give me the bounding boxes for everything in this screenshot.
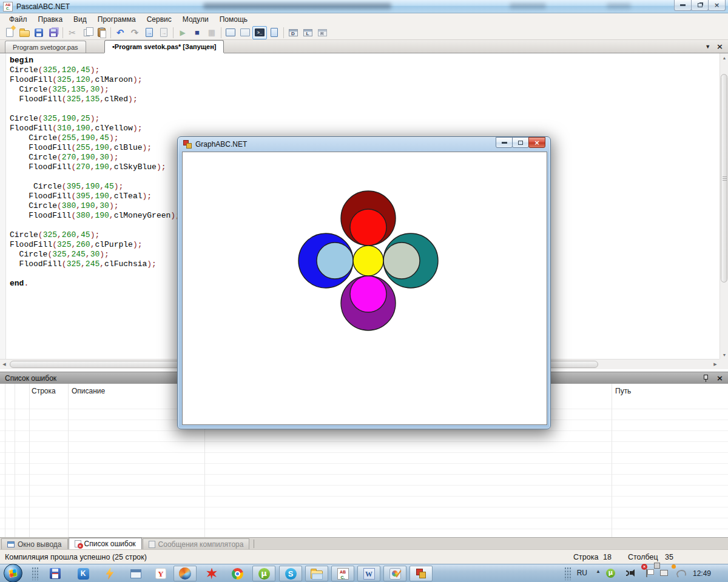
code-line: Circle(255,190,45);: [10, 133, 180, 143]
menu-item-2[interactable]: Правка: [33, 14, 69, 25]
language-indicator[interactable]: RU: [577, 569, 587, 577]
dock-l-icon: L: [303, 29, 312, 36]
graphabc-minimize-button[interactable]: [496, 137, 513, 148]
close-button[interactable]: ×: [708, 0, 726, 11]
paste-icon: [98, 28, 106, 37]
scroll-right-arrow[interactable]: ▶: [711, 360, 720, 369]
column-header-line[interactable]: Строка: [32, 387, 56, 395]
yandex-icon: Y: [155, 568, 166, 579]
close-panel-icon[interactable]: ×: [716, 374, 723, 382]
save-button[interactable]: [32, 26, 46, 39]
dock-panel-d-button[interactable]: D: [286, 26, 300, 39]
maximize-icon: [518, 141, 523, 145]
paste-button[interactable]: [94, 26, 109, 39]
desktop: ABC. PascalABC.NET × ФайлПравкаВидПрогра…: [0, 0, 728, 582]
taskbar-skype-button[interactable]: S: [279, 566, 302, 581]
graphabc-canvas[interactable]: [182, 152, 547, 425]
open-file-button[interactable]: [17, 26, 32, 39]
quicklaunch-klite-icon[interactable]: K: [72, 566, 95, 581]
quicklaunch-save-icon[interactable]: [44, 566, 67, 581]
code-line: FloodFill(380,190,clMoneyGreen);: [10, 211, 180, 221]
minimize-icon: [502, 142, 507, 144]
minimize-button[interactable]: [674, 0, 692, 11]
tab-output-window[interactable]: Окно вывода: [1, 538, 68, 549]
glass-reflection: [203, 3, 391, 9]
taskbar-chrome-button[interactable]: [226, 566, 249, 581]
start-button[interactable]: [4, 564, 22, 582]
close-tab-button[interactable]: ×: [716, 42, 723, 50]
clock[interactable]: 12:49: [693, 569, 711, 578]
quicklaunch-window-icon[interactable]: [124, 566, 147, 581]
new-file-button[interactable]: [2, 26, 17, 39]
taskbar-graphabc-button[interactable]: [410, 566, 433, 581]
column-header-path[interactable]: Путь: [615, 387, 631, 395]
column-divider: [612, 384, 612, 537]
undo-button[interactable]: ↶: [113, 26, 127, 39]
toolbar-separator: [283, 27, 284, 38]
nav-back-button[interactable]: →: [142, 26, 157, 39]
new-file-icon: [6, 28, 13, 37]
taskbar-splat-button[interactable]: [200, 566, 223, 581]
restore-button[interactable]: [691, 0, 709, 11]
compile-button[interactable]: ▦: [204, 26, 219, 39]
column-divider: [15, 384, 15, 537]
taskbar-paint-button[interactable]: [383, 566, 406, 581]
taskbar-grip[interactable]: [32, 567, 39, 580]
cut-button[interactable]: ✂: [65, 26, 79, 39]
dock-panel-l-button[interactable]: L: [300, 26, 315, 39]
scroll-down-arrow[interactable]: ▼: [720, 350, 728, 359]
column-header-description[interactable]: Описание: [72, 387, 105, 395]
menu-item-1[interactable]: Файл: [4, 14, 33, 25]
main-window-titlebar[interactable]: ABC. PascalABC.NET ×: [0, 0, 728, 13]
scroll-left-arrow[interactable]: ◀: [0, 360, 8, 369]
graphabc-window[interactable]: GraphABC.NET ×: [177, 136, 551, 429]
tray-utorrent-icon[interactable]: µ: [606, 569, 615, 578]
graphabc-titlebar[interactable]: GraphABC.NET ×: [178, 137, 550, 152]
show-hidden-icons[interactable]: ▲: [596, 569, 601, 574]
menu-item-6[interactable]: Модули: [177, 14, 214, 25]
taskbar-yandex-button[interactable]: Y: [149, 566, 172, 581]
tab-compiler-messages[interactable]: Сообщения компилятора: [143, 538, 250, 549]
graphabc-close-button[interactable]: ×: [528, 137, 545, 148]
graphabc-maximize-button[interactable]: [512, 137, 529, 148]
klite-icon: K: [78, 568, 89, 580]
menu-item-5[interactable]: Сервис: [141, 14, 177, 25]
menu-item-4[interactable]: Программа: [92, 14, 141, 25]
vertical-scrollbar[interactable]: ▲ ▼: [720, 53, 728, 359]
petal-left-inner: [317, 242, 353, 279]
quicklaunch-winamp-icon[interactable]: [98, 566, 121, 581]
stop-button[interactable]: ■: [190, 26, 204, 39]
taskbar-firefox-button[interactable]: [174, 566, 197, 581]
console-toggle-button[interactable]: >_: [252, 26, 267, 39]
lightning-icon: [104, 567, 115, 580]
tab-error-list[interactable]: Список ошибок: [69, 538, 142, 549]
modules-button[interactable]: [267, 26, 281, 39]
run-button[interactable]: ▶: [175, 26, 190, 39]
red-splat-icon: [206, 568, 218, 580]
menu-item-3[interactable]: Вид: [68, 14, 92, 25]
undo-icon: ↶: [116, 27, 124, 38]
taskbar-pascalabc-button[interactable]: ABC.: [331, 566, 354, 581]
copy-button[interactable]: [79, 26, 94, 39]
console-icon: >_: [255, 28, 265, 36]
pin-icon[interactable]: [703, 374, 709, 382]
tab-program-svetogor[interactable]: Program svetogor.pas: [5, 41, 86, 53]
nav-forward-button[interactable]: →: [157, 26, 171, 39]
taskbar-word-button[interactable]: W: [357, 566, 380, 581]
taskbar-utorrent-button[interactable]: µ: [252, 566, 275, 581]
vertical-scroll-thumb[interactable]: [721, 74, 727, 283]
tray-grip[interactable]: [564, 567, 571, 580]
compiler-messages-icon: [149, 541, 155, 548]
scroll-up-arrow[interactable]: ▲: [720, 53, 728, 62]
save-all-button[interactable]: [46, 26, 61, 39]
show-output-alt-button[interactable]: [238, 26, 252, 39]
show-output-button[interactable]: [223, 26, 238, 39]
petal-top-inner: [350, 209, 386, 246]
dock-panel-r-button[interactable]: R: [315, 26, 329, 39]
petal-bottom-inner: [350, 276, 386, 312]
redo-button[interactable]: ↷: [127, 26, 142, 39]
taskbar-explorer-button[interactable]: [305, 566, 328, 581]
tab-list-dropdown[interactable]: ▼: [705, 44, 710, 50]
menu-item-7[interactable]: Помощь: [214, 14, 253, 25]
tab-program-svetok[interactable]: •Program svetok.pas* [Запущен]: [104, 40, 224, 53]
